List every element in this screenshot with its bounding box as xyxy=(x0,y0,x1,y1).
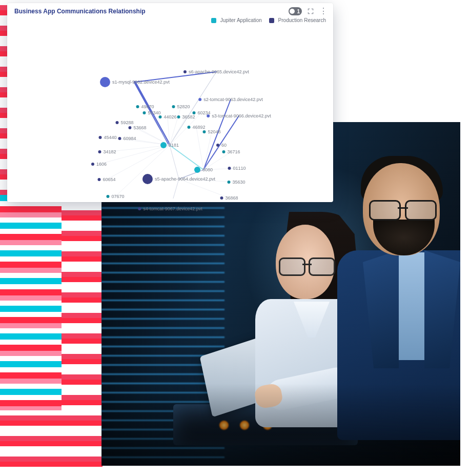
more-menu-icon[interactable]: ⋮ xyxy=(319,9,327,14)
node-dot xyxy=(98,136,101,139)
graph-node-n07670[interactable]: 07670 xyxy=(106,194,124,199)
node-label: s6-apache-9065.device42.pvt xyxy=(189,69,249,74)
graph-node-s6-apache[interactable]: s6-apache-9065.device42.pvt xyxy=(183,69,249,74)
graph-edges xyxy=(7,24,333,199)
graph-node-s4-tomcat[interactable]: s4-tomcat-9067.device42.pvt xyxy=(138,206,202,211)
node-dot xyxy=(160,142,167,148)
node-label: 60654 xyxy=(103,177,115,182)
graph-node-n1606[interactable]: 1606 xyxy=(91,162,107,167)
panel-title: Business App Communications Relationship xyxy=(14,8,146,15)
node-label: 45440 xyxy=(104,135,116,140)
node-label: 36868 xyxy=(225,195,238,201)
node-dot xyxy=(115,121,118,124)
graph-node-n53668[interactable]: 53668 xyxy=(128,125,146,130)
graph-node-n49670[interactable]: 49670 xyxy=(136,104,154,109)
graph-node-n8080[interactable]: 8080 xyxy=(194,167,213,173)
graph-edge xyxy=(170,145,203,170)
panel-tools: 1 ⋮ xyxy=(289,7,327,15)
graph-node-n60984[interactable]: 60984 xyxy=(118,136,136,141)
node-label: 60 xyxy=(221,143,227,148)
graph-node-s5-apache[interactable]: s5-apache-9064.device42.pvt xyxy=(142,174,215,184)
graph-node-n01110[interactable]: 01110 xyxy=(228,166,246,171)
node-dot xyxy=(192,111,195,114)
graph-node-n45440[interactable]: 45440 xyxy=(98,135,116,140)
node-label: 34182 xyxy=(103,149,116,154)
graph-node-n8181[interactable]: 8181 xyxy=(160,142,179,148)
fullscreen-icon[interactable] xyxy=(307,8,314,15)
relationship-panel: Business App Communications Relationship… xyxy=(7,3,333,202)
legend-swatch-jupiter xyxy=(211,18,216,23)
node-dot xyxy=(128,126,131,129)
node-label: 44026 xyxy=(164,114,176,120)
legend-swatch-production xyxy=(269,18,274,23)
node-dot xyxy=(216,144,219,147)
node-dot xyxy=(97,178,100,181)
node-dot xyxy=(220,196,223,200)
graph-node-n52048[interactable]: 52048 xyxy=(202,129,220,134)
node-label: 49670 xyxy=(141,104,154,109)
node-label: 07670 xyxy=(111,194,124,199)
graph-node-n55340[interactable]: 55340 xyxy=(142,110,160,115)
node-dot xyxy=(142,174,153,184)
photo-person-man xyxy=(342,143,460,430)
node-label: s5-apache-9064.device42.pvt xyxy=(155,176,215,182)
node-dot xyxy=(198,98,201,101)
node-dot xyxy=(222,150,225,153)
node-dot xyxy=(228,167,231,170)
node-dot xyxy=(118,137,121,140)
graph-node-n52820[interactable]: 52820 xyxy=(172,104,190,109)
node-dot xyxy=(158,115,161,118)
node-dot xyxy=(142,111,146,114)
node-dot xyxy=(202,130,206,133)
legend: Jupiter Application Production Research xyxy=(7,17,333,24)
graph-node-s2-tomcat[interactable]: s2-tomcat-9063.device42.pvt xyxy=(198,97,263,102)
node-label: 60984 xyxy=(123,136,136,141)
graph-node-n60234[interactable]: 60234 xyxy=(192,110,210,115)
node-dot xyxy=(106,195,109,198)
legend-item-jupiter[interactable]: Jupiter Application xyxy=(211,17,262,23)
node-dot xyxy=(194,167,200,173)
node-label: 53668 xyxy=(133,125,146,130)
node-dot xyxy=(227,181,230,184)
node-dot xyxy=(138,207,141,210)
panel-header: Business App Communications Relationship… xyxy=(7,3,333,17)
node-dot xyxy=(91,163,94,166)
graph-node-n36868[interactable]: 36868 xyxy=(220,195,238,201)
legend-item-production[interactable]: Production Research xyxy=(269,17,326,23)
graph-node-s3-tomcat[interactable]: s3-tomcat-9066.device42.pvt xyxy=(207,113,271,118)
node-label: 59288 xyxy=(120,120,133,125)
graph-node-n44026[interactable]: 44026 xyxy=(158,114,176,120)
node-label: 36716 xyxy=(227,149,240,154)
background-stripes-accent xyxy=(0,195,62,410)
legend-label-jupiter: Jupiter Application xyxy=(220,17,262,23)
node-dot xyxy=(187,126,190,129)
filter-count-pill[interactable]: 1 xyxy=(289,7,302,15)
node-dot xyxy=(183,70,187,73)
node-label: 35630 xyxy=(232,180,245,185)
graph-edge xyxy=(99,145,170,164)
node-label: s2-tomcat-9063.device42.pvt xyxy=(203,97,263,102)
node-label: 1606 xyxy=(96,162,107,167)
node-label: s4-tomcat-9067.device42.pvt xyxy=(143,206,202,211)
node-label: 52820 xyxy=(177,104,190,109)
node-dot xyxy=(136,105,139,108)
node-dot xyxy=(172,105,175,108)
photo-desk xyxy=(173,404,358,445)
graph-node-n60654[interactable]: 60654 xyxy=(97,177,115,182)
node-label: 8181 xyxy=(169,143,179,148)
node-dot xyxy=(100,77,110,87)
graph-node-n35630[interactable]: 35630 xyxy=(227,180,245,185)
graph-node-s1-mysql[interactable]: s1-mysql-9062.device42.pvt xyxy=(100,77,170,87)
network-graph[interactable]: s1-mysql-9062.device42.pvts6-apache-9065… xyxy=(7,24,333,199)
graph-node-n36716[interactable]: 36716 xyxy=(222,149,240,154)
graph-edge xyxy=(115,145,170,196)
graph-node-n59288[interactable]: 59288 xyxy=(115,120,133,125)
legend-label-production: Production Research xyxy=(278,17,326,23)
node-label: 01110 xyxy=(233,166,246,171)
node-dot xyxy=(98,150,101,153)
node-label: s1-mysql-9062.device42.pvt xyxy=(112,80,170,85)
graph-node-n60[interactable]: 60 xyxy=(216,143,227,148)
node-label: 60234 xyxy=(197,110,210,115)
graph-node-n34182[interactable]: 34182 xyxy=(98,149,116,154)
node-dot xyxy=(177,115,180,118)
